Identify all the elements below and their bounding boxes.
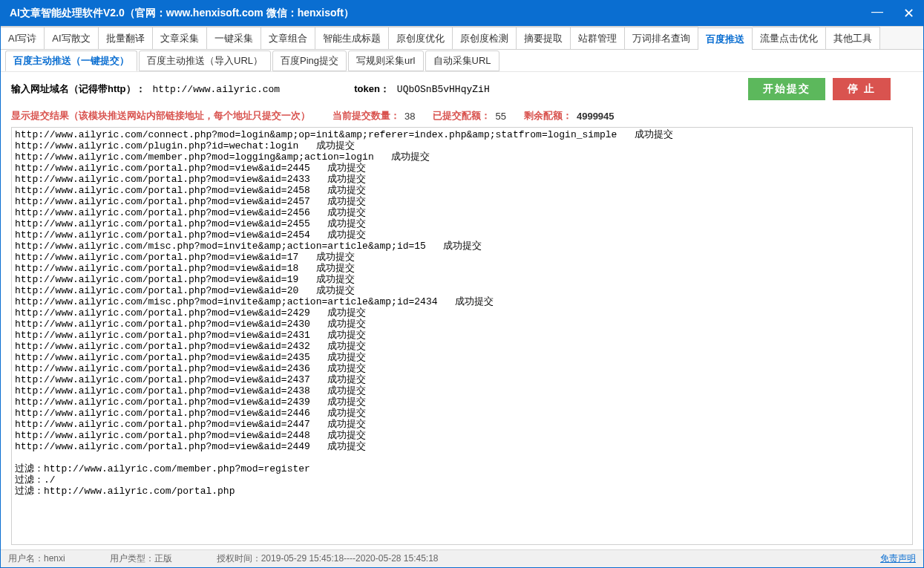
footer-type-value: 正版: [154, 553, 172, 564]
sub-tab-3[interactable]: 写规则采集url: [348, 50, 423, 71]
main-tab-2[interactable]: 批量翻译: [99, 27, 153, 49]
token-value[interactable]: UQbOSnB5vHHqyZiH: [397, 84, 490, 95]
status-bar: 用户名：henxi 用户类型：正版 授权时间：2019-05-29 15:45:…: [1, 549, 923, 567]
main-tab-11[interactable]: 万词排名查询: [625, 27, 698, 49]
domain-label: 输入网址域名（记得带http）：: [11, 82, 145, 96]
main-tab-4[interactable]: 一键采集: [207, 27, 261, 49]
disclaimer-link[interactable]: 免责声明: [880, 552, 916, 565]
close-button[interactable]: ✕: [900, 5, 917, 22]
remaining-quota-label: 剩余配额：: [524, 109, 572, 123]
main-tab-6[interactable]: 智能生成标题: [315, 27, 389, 49]
sub-tab-1[interactable]: 百度主动推送（导入URL）: [139, 50, 271, 71]
main-tab-1[interactable]: AI写散文: [45, 27, 98, 49]
footer-auth-value: 2019-05-29 15:45:18----2020-05-28 15:45:…: [261, 553, 439, 564]
result-label: 显示提交结果（该模块推送网站内部链接地址，每个地址只提交一次）: [11, 109, 310, 123]
results-panel[interactable]: http://www.ailyric.com/connect.php?mod=l…: [11, 127, 913, 545]
submitted-quota-label: 已提交配额：: [433, 109, 491, 123]
token-label: token：: [354, 82, 390, 96]
footer-user-value: henxi: [44, 553, 65, 564]
footer-user: 用户名：henxi: [8, 552, 65, 565]
stop-button[interactable]: 停 止: [833, 78, 891, 100]
sub-tab-0[interactable]: 百度主动推送（一键提交）: [5, 50, 137, 71]
current-count-label: 当前提交数量：: [332, 109, 400, 123]
footer-user-label: 用户名：: [8, 553, 44, 564]
current-count-value: 38: [404, 111, 415, 122]
footer-auth: 授权时间：2019-05-29 15:45:18----2020-05-28 1…: [217, 552, 439, 565]
main-tab-8[interactable]: 原创度检测: [453, 27, 517, 49]
window-controls: — ✕: [868, 5, 917, 22]
main-tab-14[interactable]: 其他工具: [826, 27, 880, 49]
main-tab-7[interactable]: 原创度优化: [389, 27, 453, 49]
footer-auth-label: 授权时间：: [217, 553, 261, 564]
start-submit-button[interactable]: 开始提交: [748, 78, 825, 100]
footer-type: 用户类型：正版: [110, 552, 172, 565]
sub-tabs: 百度主动推送（一键提交）百度主动推送（导入URL）百度Ping提交写规则采集ur…: [1, 50, 923, 72]
main-tab-0[interactable]: AI写诗: [1, 27, 45, 49]
minimize-button[interactable]: —: [868, 5, 886, 22]
main-tab-12[interactable]: 百度推送: [698, 27, 753, 50]
status-row: 显示提交结果（该模块推送网站内部链接地址，每个地址只提交一次） 当前提交数量： …: [1, 106, 923, 125]
main-tab-13[interactable]: 流量点击优化: [753, 27, 826, 49]
main-tabs: AI写诗AI写散文批量翻译文章采集一键采集文章组合智能生成标题原创度优化原创度检…: [1, 26, 923, 50]
main-tab-10[interactable]: 站群管理: [571, 27, 625, 49]
sub-tab-2[interactable]: 百度Ping提交: [272, 50, 347, 71]
main-tab-3[interactable]: 文章采集: [153, 27, 207, 49]
input-row: 输入网址域名（记得带http）： http://www.ailyric.com …: [1, 72, 923, 106]
domain-value[interactable]: http://www.ailyric.com: [153, 84, 281, 95]
remaining-quota-value: 4999945: [577, 111, 615, 122]
sub-tab-4[interactable]: 自动采集URL: [425, 50, 499, 71]
main-tab-5[interactable]: 文章组合: [261, 27, 315, 49]
titlebar: AI文章智能处理软件V2.0（官网：www.henxisoft.com 微信：h…: [1, 1, 923, 26]
main-tab-9[interactable]: 摘要提取: [517, 27, 571, 49]
footer-type-label: 用户类型：: [110, 553, 154, 564]
submitted-quota-value: 55: [495, 111, 505, 122]
window-title: AI文章智能处理软件V2.0（官网：www.henxisoft.com 微信：h…: [10, 7, 868, 20]
